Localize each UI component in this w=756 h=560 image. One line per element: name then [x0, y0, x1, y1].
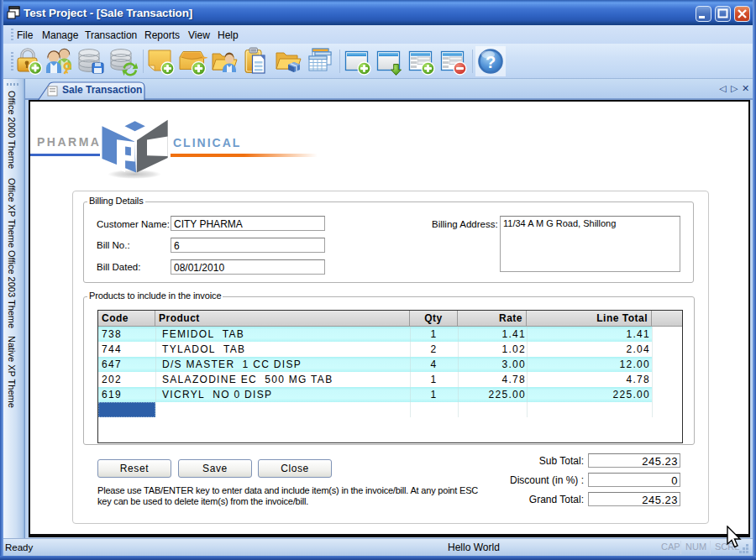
svg-text:?: ? [486, 53, 496, 71]
